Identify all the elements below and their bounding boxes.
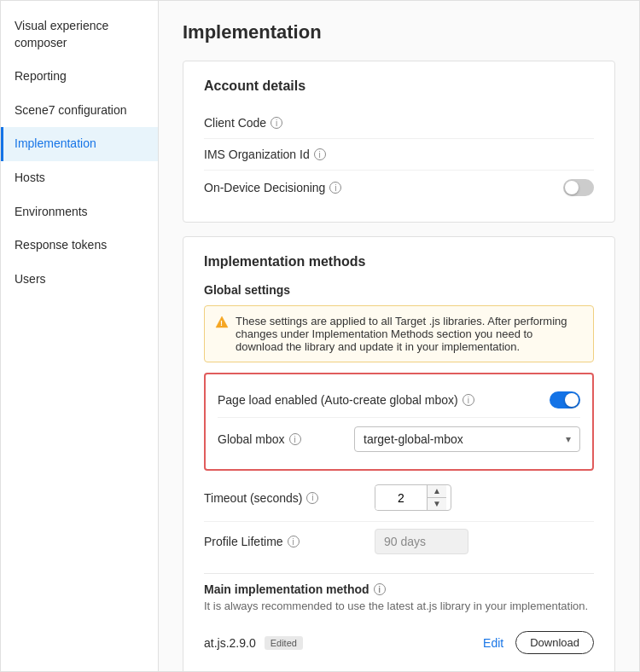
ims-org-id-row: IMS Organization Id i [204,139,594,171]
ims-org-id-label: IMS Organization Id i [204,148,375,161]
main-content: Implementation Account details Client Co… [159,1,639,671]
page-load-row: Page load enabled (Auto-create global mb… [218,383,580,418]
page-load-info-icon[interactable]: i [463,394,474,406]
page-title: Implementation [183,21,615,43]
global-mbox-value: target-global-mbox [364,432,463,446]
timeout-row: Timeout (seconds) i 2 ▲ ▼ [204,474,594,522]
main-impl-download-button[interactable]: Download [515,631,594,654]
main-impl-section: Main implementation method i It is alway… [204,582,594,663]
client-code-row: Client Code i [204,107,594,139]
on-device-decisioning-row: On-Device Decisioning i [204,171,594,205]
sidebar-item-implementation[interactable]: Implementation [1,127,158,161]
warning-banner: ! These settings are applied to all Targ… [204,305,594,362]
client-code-info-icon[interactable]: i [271,117,282,129]
sidebar-item-scene7-configuration[interactable]: Scene7 configuration [1,94,158,128]
global-mbox-row: Global mbox i target-global-mbox ▾ [218,418,580,461]
warning-icon: ! [215,316,229,329]
page-load-label: Page load enabled (Auto-create global mb… [218,393,550,407]
main-impl-version: at.js.2.9.0 [204,636,256,650]
sidebar-item-reporting[interactable]: Reporting [1,60,158,94]
highlighted-section: Page load enabled (Auto-create global mb… [204,373,594,471]
profile-lifetime-value: 90 days [375,529,468,554]
timeout-info-icon[interactable]: i [306,492,318,504]
svg-text:!: ! [220,319,223,327]
profile-lifetime-info-icon[interactable]: i [288,536,300,547]
sidebar: Visual experience composer Reporting Sce… [1,1,159,671]
profile-lifetime-row: Profile Lifetime i 90 days [204,522,594,565]
global-mbox-select[interactable]: target-global-mbox ▾ [354,426,580,452]
account-details-card: Account details Client Code i IMS Organi… [183,61,615,223]
global-mbox-info-icon[interactable]: i [289,433,301,445]
timeout-increment[interactable]: ▲ [428,485,446,498]
on-device-decisioning-toggle[interactable] [563,179,594,196]
warning-text: These settings are applied to all Target… [236,315,583,353]
sidebar-item-users[interactable]: Users [1,263,158,297]
chevron-down-icon: ▾ [566,433,571,445]
implementation-methods-title: Implementation methods [204,254,594,269]
ims-org-id-info-icon[interactable]: i [314,148,326,160]
client-code-label: Client Code i [204,116,375,130]
timeout-spinner: ▲ ▼ [427,485,446,510]
sidebar-item-response-tokens[interactable]: Response tokens [1,229,158,263]
global-settings-label: Global settings [204,283,594,297]
timeout-decrement[interactable]: ▼ [428,498,446,510]
account-details-title: Account details [204,78,594,94]
implementation-methods-card: Implementation methods Global settings !… [183,236,615,671]
global-mbox-label: Global mbox i [218,432,354,446]
timeout-input[interactable]: 2 [375,486,427,510]
sidebar-item-environments[interactable]: Environments [1,195,158,229]
profile-lifetime-label: Profile Lifetime i [204,535,375,548]
divider-1 [204,573,594,574]
main-impl-edit-link[interactable]: Edit [483,636,503,650]
main-impl-subtitle: It is always recommended to use the late… [204,600,594,612]
on-device-decisioning-info-icon[interactable]: i [329,182,341,194]
main-impl-edited-badge: Edited [265,636,303,650]
on-device-decisioning-label: On-Device Decisioning i [204,181,375,194]
timeout-label: Timeout (seconds) i [204,491,375,505]
page-load-toggle[interactable] [550,391,580,408]
sidebar-item-hosts[interactable]: Hosts [1,161,158,195]
timeout-input-wrapper: 2 ▲ ▼ [375,484,451,511]
main-impl-info-icon[interactable]: i [374,583,386,595]
main-impl-row: at.js.2.9.0 Edited Edit Download [204,623,594,663]
sidebar-item-visual-experience-composer[interactable]: Visual experience composer [1,9,158,60]
main-impl-title: Main implementation method i [204,582,594,596]
